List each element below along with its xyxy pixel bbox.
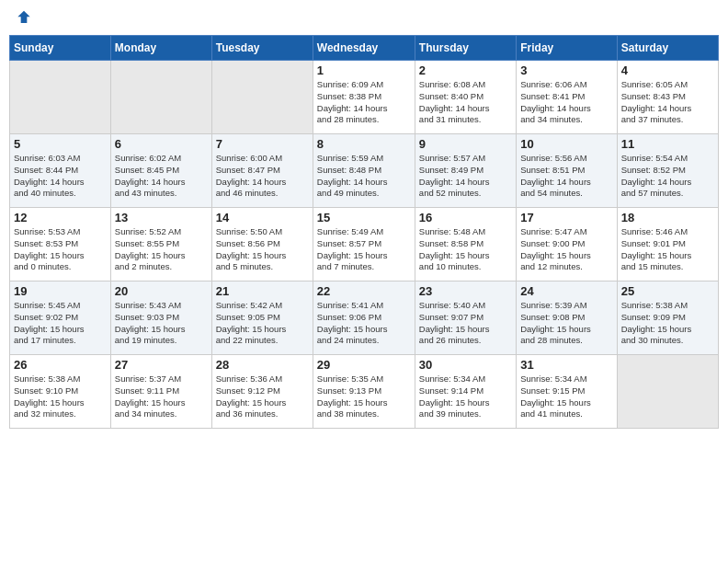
day-number: 17 (520, 211, 612, 224)
day-number: 10 (520, 137, 612, 151)
day-info: Sunrise: 5:48 AM Sunset: 8:58 PM Dayligh… (419, 226, 512, 273)
calendar-cell: 27Sunrise: 5:37 AM Sunset: 9:11 PM Dayli… (110, 355, 211, 429)
day-info: Sunrise: 5:54 AM Sunset: 8:52 PM Dayligh… (621, 153, 714, 200)
calendar-cell (211, 61, 313, 134)
calendar-cell: 19Sunrise: 5:45 AM Sunset: 9:02 PM Dayli… (10, 282, 111, 355)
day-info: Sunrise: 5:42 AM Sunset: 9:05 PM Dayligh… (216, 300, 309, 347)
weekday-header-tuesday: Tuesday (211, 36, 313, 61)
day-info: Sunrise: 5:41 AM Sunset: 9:06 PM Dayligh… (317, 300, 411, 347)
day-number: 12 (14, 211, 107, 224)
calendar-week-row: 26Sunrise: 5:38 AM Sunset: 9:10 PM Dayli… (10, 355, 719, 429)
weekday-header-sunday: Sunday (10, 36, 111, 61)
page-header (9, 9, 719, 28)
calendar-cell: 14Sunrise: 5:50 AM Sunset: 8:56 PM Dayli… (211, 208, 313, 282)
day-info: Sunrise: 5:52 AM Sunset: 8:55 PM Dayligh… (115, 226, 208, 273)
day-info: Sunrise: 5:50 AM Sunset: 8:56 PM Dayligh… (216, 226, 309, 273)
day-number: 19 (14, 284, 107, 298)
day-number: 30 (419, 358, 512, 372)
weekday-header-thursday: Thursday (415, 36, 516, 61)
day-number: 23 (419, 284, 512, 298)
calendar-cell: 10Sunrise: 5:56 AM Sunset: 8:51 PM Dayli… (517, 134, 617, 208)
day-number: 11 (621, 137, 714, 151)
day-number: 26 (14, 358, 107, 372)
day-number: 1 (317, 63, 411, 77)
calendar-cell: 20Sunrise: 5:43 AM Sunset: 9:03 PM Dayli… (110, 282, 211, 355)
day-number: 16 (419, 211, 512, 224)
day-info: Sunrise: 6:02 AM Sunset: 8:45 PM Dayligh… (115, 153, 208, 200)
weekday-header-wednesday: Wednesday (313, 36, 415, 61)
calendar-cell: 30Sunrise: 5:34 AM Sunset: 9:14 PM Dayli… (415, 355, 516, 429)
calendar-cell: 17Sunrise: 5:47 AM Sunset: 9:00 PM Dayli… (517, 208, 617, 282)
day-info: Sunrise: 6:05 AM Sunset: 8:43 PM Dayligh… (621, 79, 714, 126)
day-number: 27 (115, 358, 208, 372)
day-number: 13 (115, 211, 208, 224)
day-info: Sunrise: 5:59 AM Sunset: 8:48 PM Dayligh… (317, 153, 411, 200)
calendar-cell: 31Sunrise: 5:34 AM Sunset: 9:15 PM Dayli… (517, 355, 617, 429)
calendar-cell: 7Sunrise: 6:00 AM Sunset: 8:47 PM Daylig… (211, 134, 313, 208)
day-info: Sunrise: 6:03 AM Sunset: 8:44 PM Dayligh… (14, 153, 107, 200)
calendar-cell: 22Sunrise: 5:41 AM Sunset: 9:06 PM Dayli… (313, 282, 415, 355)
day-number: 2 (419, 63, 512, 77)
weekday-header-saturday: Saturday (617, 36, 718, 61)
day-number: 9 (419, 137, 512, 151)
day-number: 14 (216, 211, 309, 224)
calendar-table: SundayMondayTuesdayWednesdayThursdayFrid… (9, 35, 719, 429)
day-info: Sunrise: 5:56 AM Sunset: 8:51 PM Dayligh… (520, 153, 612, 200)
day-info: Sunrise: 5:37 AM Sunset: 9:11 PM Dayligh… (115, 373, 208, 420)
weekday-header-row: SundayMondayTuesdayWednesdayThursdayFrid… (10, 36, 719, 61)
calendar-week-row: 5Sunrise: 6:03 AM Sunset: 8:44 PM Daylig… (10, 134, 719, 208)
calendar-cell: 18Sunrise: 5:46 AM Sunset: 9:01 PM Dayli… (617, 208, 718, 282)
day-info: Sunrise: 5:45 AM Sunset: 9:02 PM Dayligh… (14, 300, 107, 347)
day-number: 8 (317, 137, 411, 151)
weekday-header-monday: Monday (110, 36, 211, 61)
calendar-cell: 5Sunrise: 6:03 AM Sunset: 8:44 PM Daylig… (10, 134, 111, 208)
calendar-cell: 12Sunrise: 5:53 AM Sunset: 8:53 PM Dayli… (10, 208, 111, 282)
day-number: 5 (14, 137, 107, 151)
day-info: Sunrise: 5:43 AM Sunset: 9:03 PM Dayligh… (115, 300, 208, 347)
day-info: Sunrise: 6:08 AM Sunset: 8:40 PM Dayligh… (419, 79, 512, 126)
day-number: 4 (621, 63, 714, 77)
calendar-week-row: 12Sunrise: 5:53 AM Sunset: 8:53 PM Dayli… (10, 208, 719, 282)
day-info: Sunrise: 5:34 AM Sunset: 9:14 PM Dayligh… (419, 373, 512, 420)
calendar-cell: 13Sunrise: 5:52 AM Sunset: 8:55 PM Dayli… (110, 208, 211, 282)
day-number: 6 (115, 137, 208, 151)
calendar-cell: 26Sunrise: 5:38 AM Sunset: 9:10 PM Dayli… (10, 355, 111, 429)
day-number: 3 (520, 63, 612, 77)
day-number: 7 (216, 137, 309, 151)
day-number: 22 (317, 284, 411, 298)
day-number: 24 (520, 284, 612, 298)
day-info: Sunrise: 5:39 AM Sunset: 9:08 PM Dayligh… (520, 300, 612, 347)
day-number: 29 (317, 358, 411, 372)
day-info: Sunrise: 5:47 AM Sunset: 9:00 PM Dayligh… (520, 226, 612, 273)
day-info: Sunrise: 5:53 AM Sunset: 8:53 PM Dayligh… (14, 226, 107, 273)
calendar-cell: 16Sunrise: 5:48 AM Sunset: 8:58 PM Dayli… (415, 208, 516, 282)
day-info: Sunrise: 6:06 AM Sunset: 8:41 PM Dayligh… (520, 79, 612, 126)
calendar-cell (10, 61, 111, 134)
day-number: 21 (216, 284, 309, 298)
calendar-cell: 23Sunrise: 5:40 AM Sunset: 9:07 PM Dayli… (415, 282, 516, 355)
day-info: Sunrise: 5:36 AM Sunset: 9:12 PM Dayligh… (216, 373, 309, 420)
day-number: 15 (317, 211, 411, 224)
day-number: 28 (216, 358, 309, 372)
day-info: Sunrise: 5:38 AM Sunset: 9:09 PM Dayligh… (621, 300, 714, 347)
day-number: 20 (115, 284, 208, 298)
calendar-cell: 15Sunrise: 5:49 AM Sunset: 8:57 PM Dayli… (313, 208, 415, 282)
calendar-cell: 2Sunrise: 6:08 AM Sunset: 8:40 PM Daylig… (415, 61, 516, 134)
calendar-cell: 24Sunrise: 5:39 AM Sunset: 9:08 PM Dayli… (517, 282, 617, 355)
calendar-cell: 8Sunrise: 5:59 AM Sunset: 8:48 PM Daylig… (313, 134, 415, 208)
calendar-cell: 3Sunrise: 6:06 AM Sunset: 8:41 PM Daylig… (517, 61, 617, 134)
day-info: Sunrise: 6:00 AM Sunset: 8:47 PM Dayligh… (216, 153, 309, 200)
calendar-cell: 28Sunrise: 5:36 AM Sunset: 9:12 PM Dayli… (211, 355, 313, 429)
day-info: Sunrise: 5:49 AM Sunset: 8:57 PM Dayligh… (317, 226, 411, 273)
day-info: Sunrise: 5:57 AM Sunset: 8:49 PM Dayligh… (419, 153, 512, 200)
day-info: Sunrise: 5:46 AM Sunset: 9:01 PM Dayligh… (621, 226, 714, 273)
calendar-cell: 4Sunrise: 6:05 AM Sunset: 8:43 PM Daylig… (617, 61, 718, 134)
calendar-cell: 21Sunrise: 5:42 AM Sunset: 9:05 PM Dayli… (211, 282, 313, 355)
day-info: Sunrise: 5:40 AM Sunset: 9:07 PM Dayligh… (419, 300, 512, 347)
day-info: Sunrise: 5:34 AM Sunset: 9:15 PM Dayligh… (520, 373, 612, 420)
day-number: 31 (520, 358, 612, 372)
calendar-cell (617, 355, 718, 429)
logo (13, 9, 33, 28)
logo-icon (15, 9, 33, 28)
day-info: Sunrise: 5:35 AM Sunset: 9:13 PM Dayligh… (317, 373, 411, 420)
